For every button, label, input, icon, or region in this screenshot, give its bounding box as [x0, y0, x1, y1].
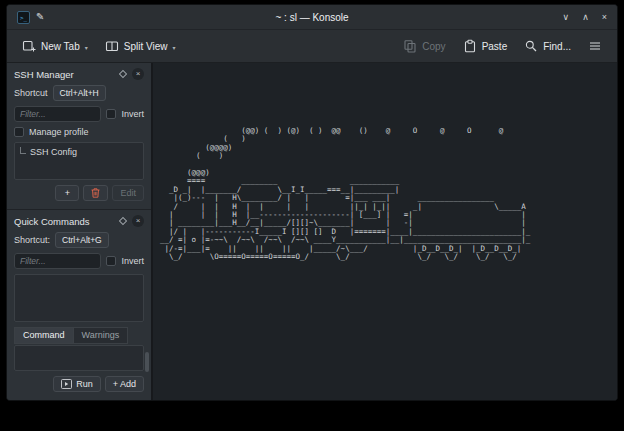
ssh-filter-row: Invert — [14, 106, 144, 122]
terminal-area[interactable]: (@@) ( ) (@) ( ) @@ () @ O @ O @ ( ) (@@… — [153, 63, 617, 400]
qc-tabs: Command Warnings — [14, 327, 144, 344]
float-panel-icon[interactable] — [119, 217, 127, 225]
quick-commands-title: Quick Commands — [14, 216, 114, 227]
main-area: SSH Manager × Shortcut Ctrl+Alt+H Invert… — [7, 63, 617, 400]
window-title: ~ : sl — Konsole — [7, 12, 617, 23]
split-view-label: Split View — [124, 41, 168, 52]
manage-profile-label: Manage profile — [29, 127, 89, 137]
tab-warnings[interactable]: Warnings — [73, 327, 129, 344]
manage-profile-checkbox[interactable] — [14, 127, 24, 137]
copy-button[interactable]: Copy — [396, 34, 452, 58]
konsole-window: >_ ✎ ~ : sl — Konsole ∨ ∧ × New Tab ▾ Sp… — [6, 4, 618, 401]
ssh-add-button[interactable]: + — [55, 185, 79, 201]
ssh-invert-label: Invert — [121, 109, 144, 119]
new-tab-icon — [22, 39, 36, 53]
run-button[interactable]: Run — [53, 376, 101, 392]
close-button[interactable]: × — [602, 13, 607, 22]
sidebar: SSH Manager × Shortcut Ctrl+Alt+H Invert… — [7, 63, 153, 400]
qc-shortcut-row: Shortcut: Ctrl+Alt+G — [14, 232, 144, 248]
menu-button[interactable] — [581, 34, 609, 58]
ssh-config-tree-item[interactable]: SSH Config — [20, 147, 138, 157]
find-label: Find... — [543, 41, 571, 52]
ssh-shortcut-row: Shortcut Ctrl+Alt+H — [14, 85, 144, 101]
float-panel-icon[interactable] — [119, 70, 127, 78]
titlebar[interactable]: >_ ✎ ~ : sl — Konsole ∨ ∧ × — [7, 5, 617, 30]
sidebar-scrollbar-thumb[interactable] — [145, 352, 149, 372]
qc-shortcut-button[interactable]: Ctrl+Alt+G — [55, 232, 109, 248]
minimize-button[interactable]: ∨ — [563, 13, 570, 22]
maximize-button[interactable]: ∧ — [582, 13, 589, 22]
ssh-manager-title: SSH Manager — [14, 69, 114, 80]
new-tab-label: New Tab — [41, 41, 80, 52]
ssh-shortcut-label: Shortcut — [14, 88, 48, 98]
ssh-config-label: SSH Config — [30, 147, 77, 157]
hamburger-menu-icon — [588, 39, 602, 53]
paste-icon — [463, 39, 477, 53]
close-panel-icon[interactable]: × — [132, 68, 144, 80]
chevron-down-icon: ▾ — [172, 44, 175, 53]
ssh-manager-panel: SSH Manager × Shortcut Ctrl+Alt+H Invert… — [7, 63, 151, 209]
qc-invert-label: Invert — [121, 256, 144, 266]
command-editor[interactable] — [14, 345, 144, 371]
sl-ascii-art: (@@) ( ) (@) ( ) @@ () @ O @ O @ ( ) (@@… — [153, 63, 617, 262]
ssh-edit-button[interactable]: Edit — [112, 185, 144, 201]
split-view-button[interactable]: Split View ▾ — [98, 34, 183, 58]
toolbar: New Tab ▾ Split View ▾ Copy Paste — [7, 30, 617, 63]
find-button[interactable]: Find... — [517, 34, 578, 58]
quick-commands-list[interactable] — [14, 274, 144, 322]
quick-commands-header: Quick Commands × — [14, 215, 144, 227]
trash-icon — [91, 188, 100, 198]
ssh-manager-header: SSH Manager × — [14, 68, 144, 80]
copy-label: Copy — [422, 41, 445, 52]
ssh-delete-button[interactable] — [83, 185, 108, 201]
qc-buttons-row: Run + Add — [14, 376, 144, 392]
quick-commands-panel: Quick Commands × Shortcut: Ctrl+Alt+G In… — [7, 209, 151, 400]
copy-icon — [403, 39, 417, 53]
qc-filter-input[interactable] — [14, 253, 101, 269]
qc-shortcut-label: Shortcut: — [14, 235, 50, 245]
new-tab-button[interactable]: New Tab ▾ — [15, 34, 95, 58]
ssh-buttons-row: + Edit — [14, 185, 144, 201]
close-panel-icon[interactable]: × — [132, 215, 144, 227]
pencil-icon: ✎ — [36, 12, 44, 22]
paste-button[interactable]: Paste — [456, 34, 515, 58]
paste-label: Paste — [482, 41, 508, 52]
run-label: Run — [76, 379, 93, 389]
ssh-shortcut-button[interactable]: Ctrl+Alt+H — [53, 85, 106, 101]
search-icon — [524, 39, 538, 53]
chevron-down-icon: ▾ — [85, 44, 88, 53]
window-controls: ∨ ∧ × — [563, 13, 607, 22]
add-command-button[interactable]: + Add — [105, 376, 144, 392]
konsole-app-icon: >_ — [17, 11, 30, 24]
ssh-invert-checkbox[interactable] — [106, 109, 116, 119]
ssh-config-list[interactable]: SSH Config — [14, 142, 144, 180]
qc-invert-checkbox[interactable] — [106, 256, 116, 266]
konsole-icon-glyph: >_ — [20, 14, 27, 21]
tab-command[interactable]: Command — [14, 327, 73, 344]
qc-filter-row: Invert — [14, 253, 144, 269]
split-view-icon — [105, 39, 119, 53]
manage-profile-row: Manage profile — [14, 127, 144, 137]
run-icon — [61, 379, 72, 389]
ssh-filter-input[interactable] — [14, 106, 101, 122]
